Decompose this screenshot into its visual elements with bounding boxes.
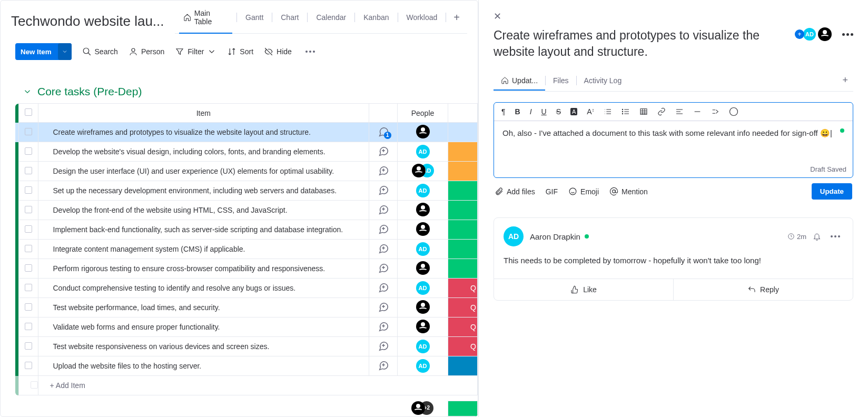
people-cell[interactable]: AD [398,337,448,356]
table-row[interactable]: Validate web forms and ensure proper fun… [15,317,478,337]
table-row[interactable]: Develop the website's visual design, inc… [15,142,478,162]
status-cell[interactable] [448,142,478,162]
tab-chart[interactable]: Chart [272,13,307,29]
item-name[interactable]: Design the user interface (UI) and user … [38,162,369,181]
row-checkbox[interactable] [25,342,32,350]
table-row[interactable]: Integrate content management system (CMS… [15,240,478,259]
people-cell[interactable] [398,123,448,142]
people-cell[interactable] [398,317,448,337]
text-color-icon[interactable]: A [570,108,577,115]
new-item-button[interactable]: New Item [15,43,72,60]
link-icon[interactable] [657,107,666,116]
people-cell[interactable]: AD [398,142,448,162]
row-checkbox[interactable] [25,128,32,135]
tab-kanban[interactable]: Kanban [355,13,397,29]
board-title[interactable]: Techwondo website lau... [11,13,164,29]
hide-button[interactable]: Hide [264,47,292,56]
tab-calendar[interactable]: Calendar [308,13,354,29]
people-cell[interactable]: AD [398,279,448,298]
table-row[interactable]: Test website responsiveness on various d… [15,337,478,356]
table-row[interactable]: Develop the front-end of the website usi… [15,201,478,220]
tab-workload[interactable]: Workload [398,13,446,29]
add-files-button[interactable]: Add files [495,187,535,196]
gif-button[interactable]: GIF [546,187,558,196]
status-cell[interactable] [448,162,478,181]
underline-icon[interactable]: U [541,107,547,116]
table-row[interactable]: Test website performance, load times, an… [15,298,478,317]
table-row[interactable]: Perform rigorous testing to ensure cross… [15,259,478,279]
add-conversation-icon[interactable] [378,282,389,293]
table-row[interactable]: Upload the website files to the hosting … [15,356,478,376]
paragraph-icon[interactable]: ¶ [501,107,506,116]
unordered-list-icon[interactable] [622,107,630,116]
hr-icon[interactable] [693,107,702,116]
table-row[interactable]: Set up the necessary development environ… [15,181,478,201]
people-cell[interactable]: AD [398,240,448,259]
panel-tab-activity[interactable]: Activity Log [577,71,629,90]
add-conversation-icon[interactable] [378,360,389,371]
row-checkbox[interactable] [25,167,32,174]
tab-main-table[interactable]: Main Table [175,9,237,33]
status-cell[interactable] [448,201,478,220]
table-icon[interactable] [639,107,648,116]
row-checkbox[interactable] [25,303,32,311]
close-panel-button[interactable]: ✕ [494,11,501,22]
add-view-button[interactable]: + [446,12,467,30]
conversation-icon[interactable]: 1 [378,126,389,137]
ordered-list-icon[interactable] [604,107,612,116]
item-name[interactable]: Create wireframes and prototypes to visu… [38,123,369,142]
status-cell[interactable] [448,356,478,376]
select-all-checkbox[interactable] [25,108,32,116]
status-cell[interactable] [448,259,478,279]
add-item-button[interactable]: + Add Item [38,376,478,395]
add-conversation-icon[interactable] [378,243,389,254]
row-checkbox[interactable] [25,245,32,252]
group-header[interactable]: Core tasks (Pre-Dep) [1,70,478,103]
table-row[interactable]: Design the user interface (UI) and user … [15,162,478,181]
add-conversation-icon[interactable] [378,184,389,196]
row-checkbox[interactable] [25,225,32,233]
add-conversation-icon[interactable] [378,223,389,235]
author-name[interactable]: Aaron Drapkin [530,232,589,241]
row-checkbox[interactable] [25,206,32,213]
item-name[interactable]: Integrate content management system (CMS… [38,240,369,259]
filter-button[interactable]: Filter [175,47,216,56]
add-conversation-icon[interactable] [378,145,389,157]
new-item-dropdown[interactable] [58,43,72,60]
status-cell[interactable] [448,123,478,142]
people-cell[interactable] [398,298,448,317]
status-cell[interactable]: Q [448,317,478,337]
panel-item-title[interactable]: Create wireframes and prototypes to visu… [494,27,788,60]
item-name[interactable]: Develop the front-end of the website usi… [38,201,369,220]
add-conversation-icon[interactable] [378,301,389,313]
panel-tab-updates[interactable]: Updat... [494,71,545,90]
sort-button[interactable]: Sort [227,47,253,56]
item-name[interactable]: Upload the website files to the hosting … [38,356,369,376]
column-people[interactable]: People [398,104,448,123]
people-cell[interactable] [398,201,448,220]
author-avatar[interactable]: AD [504,226,524,246]
panel-tab-files[interactable]: Files [546,71,576,90]
status-cell[interactable] [448,181,478,201]
add-conversation-icon[interactable] [378,321,389,332]
status-cell[interactable]: Q [448,279,478,298]
update-editor[interactable]: ¶ B I U S A A↕ Oh, also [494,102,853,178]
add-conversation-icon[interactable] [378,340,389,352]
search-button[interactable]: Search [82,47,118,56]
people-cell[interactable]: AD [398,162,448,181]
status-cell[interactable]: Q [448,337,478,356]
person-filter-button[interactable]: Person [129,47,164,56]
people-cell[interactable] [398,220,448,240]
like-button[interactable]: Like [494,279,673,300]
panel-more-button[interactable] [842,33,853,36]
reply-button[interactable]: Reply [673,279,853,300]
bell-icon[interactable] [813,232,821,241]
row-checkbox[interactable] [25,264,32,272]
post-update-button[interactable]: Update [812,183,852,200]
row-checkbox[interactable] [25,147,32,155]
table-row[interactable]: Conduct comprehensive testing to identif… [15,279,478,298]
align-icon[interactable] [675,107,684,116]
people-cell[interactable]: AD [398,181,448,201]
text-size-icon[interactable]: A↕ [587,107,594,116]
bold-icon[interactable]: B [515,107,520,116]
